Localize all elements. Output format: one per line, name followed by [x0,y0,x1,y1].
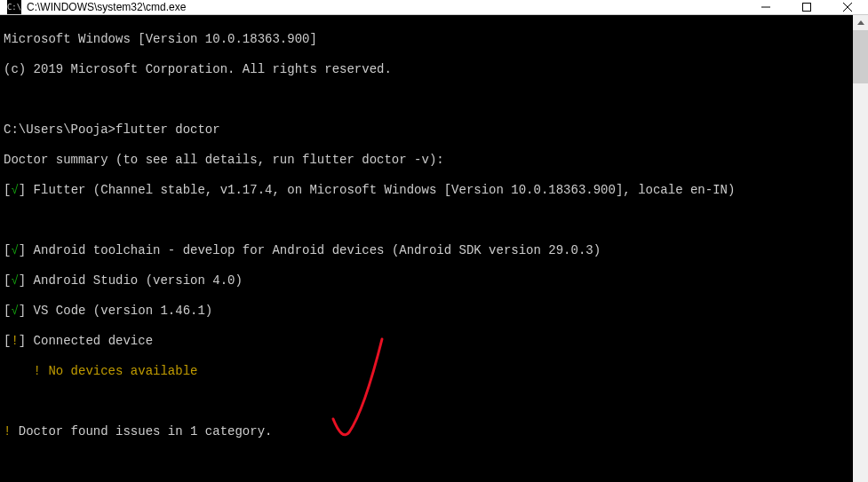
scrollbar-thumb[interactable] [853,30,868,83]
svg-marker-4 [857,20,864,25]
terminal-content[interactable]: Microsoft Windows [Version 10.0.18363.90… [0,15,853,482]
titlebar[interactable]: C:\ C:\WINDOWS\system32\cmd.exe [0,0,868,15]
blank-line [4,454,853,470]
terminal-area: Microsoft Windows [Version 10.0.18363.90… [0,15,868,482]
cmd-icon: C:\ [7,0,21,14]
header-line: Microsoft Windows [Version 10.0.18363.90… [4,32,853,47]
summary-line: Doctor summary (to see all details, run … [4,153,853,168]
cmd-window: C:\ C:\WINDOWS\system32\cmd.exe Microsof… [0,0,868,482]
status-line-flutter: [√] Flutter (Channel stable, v1.17.4, on… [4,183,853,198]
maximize-button[interactable] [786,0,827,14]
chevron-up-icon [857,20,864,25]
header-line: (c) 2019 Microsoft Corporation. All righ… [4,62,853,77]
minimize-button[interactable] [745,0,786,14]
status-line-device-warn: [!] Connected device [4,334,853,349]
scrollbar-track[interactable] [853,30,868,482]
scroll-up-button[interactable] [853,15,868,30]
close-icon [843,3,852,12]
prompt-line: C:\Users\Pooja>flutter doctor [4,122,853,138]
vertical-scrollbar[interactable] [853,15,868,482]
status-line-studio: [√] Android Studio (version 4.0) [4,273,853,288]
svg-rect-1 [803,4,811,12]
blank-line [4,213,853,228]
close-button[interactable] [827,0,868,14]
blank-line [4,394,853,409]
device-sub-line: ! No devices available [4,364,853,379]
minimize-icon [761,3,770,12]
window-controls [745,0,868,14]
status-line-vscode: [√] VS Code (version 1.46.1) [4,304,853,319]
issues-line: ! Doctor found issues in 1 category. [4,424,853,439]
maximize-icon [802,3,811,12]
status-line-android: [√] Android toolchain - develop for Andr… [4,243,853,258]
blank-line [4,92,853,107]
window-title: C:\WINDOWS\system32\cmd.exe [27,1,745,13]
